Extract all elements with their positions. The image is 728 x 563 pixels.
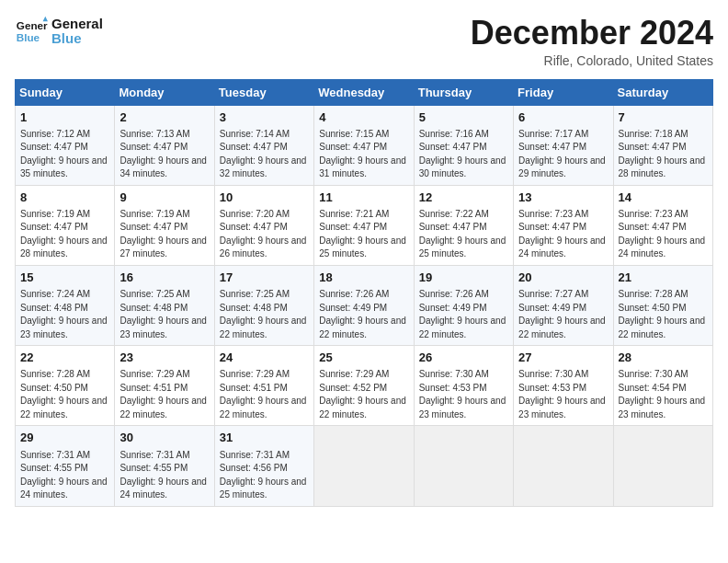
logo-icon: General Blue bbox=[15, 15, 48, 48]
calendar-cell: 12Sunrise: 7:22 AMSunset: 4:47 PMDayligh… bbox=[414, 185, 513, 265]
weekday-header-row: SundayMondayTuesdayWednesdayThursdayFrid… bbox=[16, 79, 713, 105]
calendar-body: 1Sunrise: 7:12 AMSunset: 4:47 PMDaylight… bbox=[16, 105, 713, 506]
calendar-cell: 19Sunrise: 7:26 AMSunset: 4:49 PMDayligh… bbox=[414, 265, 513, 345]
weekday-header-wednesday: Wednesday bbox=[314, 79, 414, 105]
day-number: 11 bbox=[319, 190, 408, 206]
calendar-cell bbox=[514, 426, 613, 506]
day-number: 13 bbox=[518, 190, 608, 206]
day-number: 29 bbox=[20, 430, 109, 446]
day-info: Sunrise: 7:19 AMSunset: 4:47 PMDaylight:… bbox=[20, 208, 109, 261]
day-info: Sunrise: 7:26 AMSunset: 4:49 PMDaylight:… bbox=[319, 288, 408, 341]
calendar-cell: 31Sunrise: 7:31 AMSunset: 4:56 PMDayligh… bbox=[214, 426, 313, 506]
calendar-cell: 18Sunrise: 7:26 AMSunset: 4:49 PMDayligh… bbox=[314, 265, 414, 345]
calendar-cell: 11Sunrise: 7:21 AMSunset: 4:47 PMDayligh… bbox=[314, 185, 414, 265]
day-number: 5 bbox=[419, 109, 508, 126]
calendar-cell: 20Sunrise: 7:27 AMSunset: 4:49 PMDayligh… bbox=[514, 265, 613, 345]
day-info: Sunrise: 7:24 AMSunset: 4:48 PMDaylight:… bbox=[20, 288, 109, 341]
day-info: Sunrise: 7:25 AMSunset: 4:48 PMDaylight:… bbox=[220, 288, 309, 341]
day-number: 19 bbox=[419, 270, 508, 286]
day-info: Sunrise: 7:12 AMSunset: 4:47 PMDaylight:… bbox=[20, 128, 109, 181]
logo: General Blue General Blue bbox=[15, 15, 103, 48]
calendar-cell: 10Sunrise: 7:20 AMSunset: 4:47 PMDayligh… bbox=[214, 185, 313, 265]
weekday-header-saturday: Saturday bbox=[613, 79, 712, 105]
calendar-week-row: 8Sunrise: 7:19 AMSunset: 4:47 PMDaylight… bbox=[16, 185, 713, 265]
calendar-cell: 8Sunrise: 7:19 AMSunset: 4:47 PMDaylight… bbox=[16, 185, 115, 265]
calendar-cell: 4Sunrise: 7:15 AMSunset: 4:47 PMDaylight… bbox=[314, 105, 414, 185]
calendar-cell: 17Sunrise: 7:25 AMSunset: 4:48 PMDayligh… bbox=[214, 265, 313, 345]
header: General Blue General Blue December 2024 … bbox=[15, 15, 713, 68]
calendar-cell: 16Sunrise: 7:25 AMSunset: 4:48 PMDayligh… bbox=[115, 265, 214, 345]
calendar-cell: 28Sunrise: 7:30 AMSunset: 4:54 PMDayligh… bbox=[613, 346, 712, 426]
day-number: 1 bbox=[20, 109, 109, 126]
day-info: Sunrise: 7:27 AMSunset: 4:49 PMDaylight:… bbox=[518, 288, 608, 341]
day-number: 2 bbox=[119, 109, 209, 126]
day-info: Sunrise: 7:31 AMSunset: 4:56 PMDaylight:… bbox=[220, 449, 309, 502]
calendar-cell: 6Sunrise: 7:17 AMSunset: 4:47 PMDaylight… bbox=[514, 105, 613, 185]
calendar-cell bbox=[613, 426, 712, 506]
calendar-cell: 2Sunrise: 7:13 AMSunset: 4:47 PMDaylight… bbox=[115, 105, 214, 185]
title-block: December 2024 Rifle, Colorado, United St… bbox=[471, 15, 713, 68]
day-number: 22 bbox=[20, 350, 109, 366]
calendar-title: December 2024 bbox=[471, 15, 713, 52]
day-info: Sunrise: 7:22 AMSunset: 4:47 PMDaylight:… bbox=[419, 208, 508, 261]
calendar-cell bbox=[314, 426, 414, 506]
svg-text:Blue: Blue bbox=[17, 31, 40, 43]
day-info: Sunrise: 7:28 AMSunset: 4:50 PMDaylight:… bbox=[619, 288, 708, 341]
day-info: Sunrise: 7:15 AMSunset: 4:47 PMDaylight:… bbox=[319, 128, 408, 181]
logo-text-general: General bbox=[51, 17, 103, 32]
calendar-cell bbox=[414, 426, 513, 506]
calendar-table: SundayMondayTuesdayWednesdayThursdayFrid… bbox=[15, 79, 713, 507]
day-number: 9 bbox=[119, 190, 209, 206]
day-info: Sunrise: 7:17 AMSunset: 4:47 PMDaylight:… bbox=[518, 128, 608, 181]
day-info: Sunrise: 7:29 AMSunset: 4:52 PMDaylight:… bbox=[319, 368, 408, 421]
day-info: Sunrise: 7:19 AMSunset: 4:47 PMDaylight:… bbox=[119, 208, 209, 261]
calendar-cell: 21Sunrise: 7:28 AMSunset: 4:50 PMDayligh… bbox=[613, 265, 712, 345]
day-info: Sunrise: 7:23 AMSunset: 4:47 PMDaylight:… bbox=[619, 208, 708, 261]
day-number: 18 bbox=[319, 270, 408, 286]
day-number: 31 bbox=[220, 430, 309, 446]
day-info: Sunrise: 7:21 AMSunset: 4:47 PMDaylight:… bbox=[319, 208, 408, 261]
calendar-cell: 5Sunrise: 7:16 AMSunset: 4:47 PMDaylight… bbox=[414, 105, 513, 185]
calendar-cell: 23Sunrise: 7:29 AMSunset: 4:51 PMDayligh… bbox=[115, 346, 214, 426]
calendar-week-row: 1Sunrise: 7:12 AMSunset: 4:47 PMDaylight… bbox=[16, 105, 713, 185]
calendar-cell: 29Sunrise: 7:31 AMSunset: 4:55 PMDayligh… bbox=[16, 426, 115, 506]
day-info: Sunrise: 7:23 AMSunset: 4:47 PMDaylight:… bbox=[518, 208, 608, 261]
calendar-cell: 22Sunrise: 7:28 AMSunset: 4:50 PMDayligh… bbox=[16, 346, 115, 426]
day-info: Sunrise: 7:31 AMSunset: 4:55 PMDaylight:… bbox=[20, 449, 109, 502]
day-info: Sunrise: 7:18 AMSunset: 4:47 PMDaylight:… bbox=[619, 128, 708, 181]
day-number: 27 bbox=[518, 350, 608, 366]
day-number: 15 bbox=[20, 270, 109, 286]
calendar-week-row: 22Sunrise: 7:28 AMSunset: 4:50 PMDayligh… bbox=[16, 346, 713, 426]
day-number: 3 bbox=[220, 109, 309, 126]
day-info: Sunrise: 7:25 AMSunset: 4:48 PMDaylight:… bbox=[119, 288, 209, 341]
day-info: Sunrise: 7:26 AMSunset: 4:49 PMDaylight:… bbox=[419, 288, 508, 341]
day-info: Sunrise: 7:13 AMSunset: 4:47 PMDaylight:… bbox=[119, 128, 209, 181]
day-number: 7 bbox=[619, 109, 708, 126]
day-info: Sunrise: 7:30 AMSunset: 4:53 PMDaylight:… bbox=[518, 368, 608, 421]
day-number: 30 bbox=[119, 430, 209, 446]
calendar-week-row: 15Sunrise: 7:24 AMSunset: 4:48 PMDayligh… bbox=[16, 265, 713, 345]
logo-text-blue: Blue bbox=[51, 31, 103, 47]
weekday-header-sunday: Sunday bbox=[16, 79, 115, 105]
day-info: Sunrise: 7:29 AMSunset: 4:51 PMDaylight:… bbox=[220, 368, 309, 421]
day-info: Sunrise: 7:20 AMSunset: 4:47 PMDaylight:… bbox=[220, 208, 309, 261]
calendar-cell: 7Sunrise: 7:18 AMSunset: 4:47 PMDaylight… bbox=[613, 105, 712, 185]
calendar-cell: 14Sunrise: 7:23 AMSunset: 4:47 PMDayligh… bbox=[613, 185, 712, 265]
calendar-cell: 24Sunrise: 7:29 AMSunset: 4:51 PMDayligh… bbox=[214, 346, 313, 426]
day-info: Sunrise: 7:30 AMSunset: 4:54 PMDaylight:… bbox=[619, 368, 708, 421]
calendar-cell: 27Sunrise: 7:30 AMSunset: 4:53 PMDayligh… bbox=[514, 346, 613, 426]
day-number: 14 bbox=[619, 190, 708, 206]
day-number: 28 bbox=[619, 350, 708, 366]
calendar-cell: 30Sunrise: 7:31 AMSunset: 4:55 PMDayligh… bbox=[115, 426, 214, 506]
calendar-cell: 25Sunrise: 7:29 AMSunset: 4:52 PMDayligh… bbox=[314, 346, 414, 426]
day-number: 26 bbox=[419, 350, 508, 366]
weekday-header-tuesday: Tuesday bbox=[214, 79, 313, 105]
day-number: 21 bbox=[619, 270, 708, 286]
calendar-header: SundayMondayTuesdayWednesdayThursdayFrid… bbox=[16, 79, 713, 105]
day-number: 4 bbox=[319, 109, 408, 126]
calendar-cell: 13Sunrise: 7:23 AMSunset: 4:47 PMDayligh… bbox=[514, 185, 613, 265]
day-number: 25 bbox=[319, 350, 408, 366]
calendar-cell: 1Sunrise: 7:12 AMSunset: 4:47 PMDaylight… bbox=[16, 105, 115, 185]
day-number: 8 bbox=[20, 190, 109, 206]
day-info: Sunrise: 7:14 AMSunset: 4:47 PMDaylight:… bbox=[220, 128, 309, 181]
